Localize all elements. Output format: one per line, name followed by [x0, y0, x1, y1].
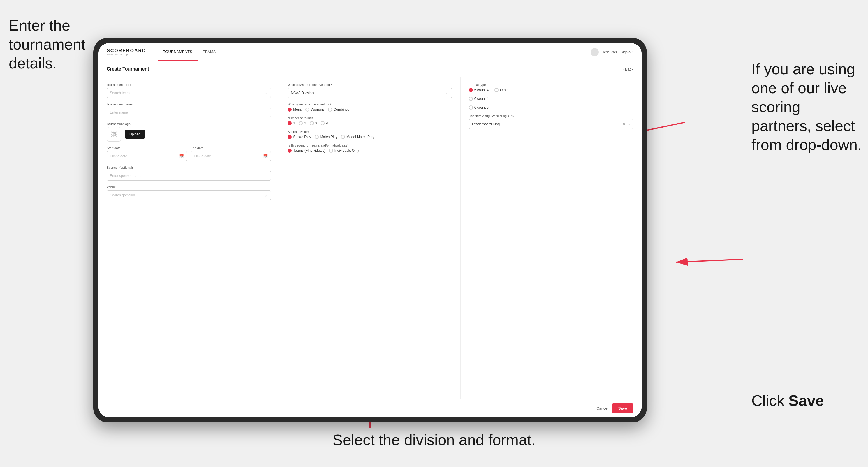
- rounds-label: Number of rounds: [287, 116, 452, 120]
- scoring-stroke-label: Stroke Play: [293, 135, 311, 139]
- start-date-group: Start date Pick a date 📅: [106, 146, 187, 161]
- sponsor-input[interactable]: Enter sponsor name: [106, 171, 271, 181]
- navbar-right: Test User Sign out: [591, 48, 633, 56]
- rounds-4[interactable]: 4: [320, 121, 328, 125]
- scoring-match-radio[interactable]: [315, 135, 319, 139]
- tournament-name-placeholder: Enter name: [110, 111, 128, 115]
- click-save-prefix: Click: [751, 392, 788, 409]
- rounds-2-radio[interactable]: [299, 121, 303, 125]
- tournament-host-input[interactable]: Search team: [106, 88, 271, 98]
- rounds-3-radio[interactable]: [310, 121, 314, 125]
- gender-combined[interactable]: Combined: [328, 107, 350, 112]
- format-6count5-radio[interactable]: [469, 105, 473, 110]
- sponsor-label: Sponsor (optional): [106, 166, 271, 169]
- click-save-bold: Save: [788, 392, 824, 409]
- event-type-radio-group: Teams (+Individuals) Individuals Only: [287, 149, 452, 153]
- format-6count4-radio[interactable]: [469, 97, 473, 101]
- live-scoring-group: Use third-party live scoring API? Leader…: [469, 114, 633, 129]
- nav-teams[interactable]: TEAMS: [197, 43, 221, 61]
- format-other-radio[interactable]: [494, 88, 499, 92]
- rounds-2-label: 2: [304, 121, 306, 125]
- format-6count5-label: 6 count 5: [474, 105, 489, 110]
- format-other[interactable]: Other: [494, 88, 509, 92]
- calendar-icon-end: 📅: [263, 154, 268, 158]
- event-type-individuals[interactable]: Individuals Only: [329, 149, 359, 153]
- scoring-match[interactable]: Match Play: [315, 135, 337, 139]
- form-container: Create Tournament Back Tournament Host S…: [98, 61, 642, 417]
- rounds-4-label: 4: [326, 121, 328, 125]
- rounds-3[interactable]: 3: [310, 121, 317, 125]
- back-link[interactable]: Back: [623, 67, 633, 71]
- format-type-group: Format type 5 count 4 6 count 4: [469, 83, 633, 110]
- scoring-stroke-radio[interactable]: [287, 135, 292, 139]
- format-5count4[interactable]: 5 count 4: [469, 88, 489, 92]
- rounds-1[interactable]: 1: [287, 121, 295, 125]
- dropdown-icon[interactable]: ⌄: [627, 122, 630, 126]
- rounds-1-radio[interactable]: [287, 121, 292, 125]
- nav-links: TOURNAMENTS TEAMS: [158, 43, 591, 61]
- live-scoring-select[interactable]: Leaderboard King ✕ ⌄: [469, 119, 633, 129]
- scoring-medal-match[interactable]: Medal Match Play: [341, 135, 374, 139]
- format-type-options: 5 count 4 6 count 4 6 count 5: [469, 88, 633, 110]
- rounds-4-radio[interactable]: [320, 121, 324, 125]
- form-body: Tournament Host Search team Tournament n…: [98, 77, 642, 399]
- format-6count4[interactable]: 6 count 4: [469, 97, 489, 101]
- format-other-label: Other: [500, 88, 509, 92]
- venue-placeholder: Search golf club: [110, 193, 135, 197]
- venue-group: Venue Search golf club: [106, 185, 271, 200]
- event-type-teams[interactable]: Teams (+Individuals): [287, 149, 325, 153]
- gender-mens[interactable]: Mens: [287, 107, 302, 112]
- tournament-host-label: Tournament Host: [106, 83, 271, 87]
- event-type-individuals-radio[interactable]: [329, 149, 333, 153]
- format-6count4-label: 6 count 4: [474, 97, 489, 101]
- gender-label: Which gender is the event for?: [287, 102, 452, 106]
- gender-radio-group: Mens Womens Combined: [287, 107, 452, 112]
- division-select[interactable]: NCAA Division I: [287, 88, 452, 98]
- rounds-3-label: 3: [315, 121, 317, 125]
- division-label: Which division is the event for?: [287, 83, 452, 87]
- nav-tournaments[interactable]: TOURNAMENTS: [158, 43, 197, 61]
- rounds-radio-group: 1 2 3 4: [287, 121, 452, 125]
- clear-icon[interactable]: ✕: [623, 122, 626, 126]
- format-5count4-label: 5 count 4: [474, 88, 489, 92]
- gender-womens-radio[interactable]: [305, 107, 309, 112]
- gender-combined-label: Combined: [334, 107, 350, 112]
- tournament-host-group: Tournament Host Search team: [106, 83, 271, 98]
- rounds-group: Number of rounds 1 2: [287, 116, 452, 125]
- cancel-button[interactable]: Cancel: [596, 406, 608, 410]
- start-date-placeholder: Pick a date: [110, 154, 127, 158]
- gender-mens-label: Mens: [293, 107, 302, 112]
- svg-line-4: [676, 259, 743, 262]
- start-date-label: Start date: [106, 146, 187, 150]
- tournament-name-input[interactable]: Enter name: [106, 107, 271, 117]
- form-col-3: Format type 5 count 4 6 count 4: [461, 77, 642, 399]
- format-6count5[interactable]: 6 count 5: [469, 105, 489, 110]
- form-header: Create Tournament Back: [98, 61, 642, 77]
- start-date-input[interactable]: Pick a date 📅: [106, 151, 187, 161]
- scoring-stroke[interactable]: Stroke Play: [287, 135, 311, 139]
- scoring-medal-match-radio[interactable]: [341, 135, 345, 139]
- tournament-logo-label: Tournament logo: [106, 122, 271, 126]
- rounds-2[interactable]: 2: [299, 121, 306, 125]
- live-scoring-label: Use third-party live scoring API?: [469, 114, 633, 118]
- brand-subtitle: Powered by Clippi: [106, 53, 146, 56]
- gender-womens[interactable]: Womens: [305, 107, 324, 112]
- tournament-name-label: Tournament name: [106, 102, 271, 106]
- tablet-frame: SCOREBOARD Powered by Clippi TOURNAMENTS…: [93, 38, 647, 423]
- format-5count4-radio[interactable]: [469, 88, 473, 92]
- gender-mens-radio[interactable]: [287, 107, 292, 112]
- signout-link[interactable]: Sign out: [621, 50, 633, 54]
- save-button[interactable]: Save: [612, 404, 633, 413]
- tournament-logo-group: Tournament logo 🖼 Upload: [106, 122, 271, 142]
- end-date-input[interactable]: Pick a date 📅: [191, 151, 271, 161]
- form-footer: Cancel Save: [98, 399, 642, 417]
- event-type-teams-radio[interactable]: [287, 149, 292, 153]
- format-type-left: 5 count 4 6 count 4 6 count 5: [469, 88, 489, 110]
- gender-combined-radio[interactable]: [328, 107, 332, 112]
- division-value: NCAA Division I: [291, 91, 315, 95]
- brand: SCOREBOARD Powered by Clippi: [106, 48, 146, 56]
- venue-input[interactable]: Search golf club: [106, 190, 271, 200]
- upload-button[interactable]: Upload: [125, 130, 145, 139]
- user-avatar: [591, 48, 599, 56]
- annotation-bottomcenter: Select the division and format.: [333, 431, 535, 449]
